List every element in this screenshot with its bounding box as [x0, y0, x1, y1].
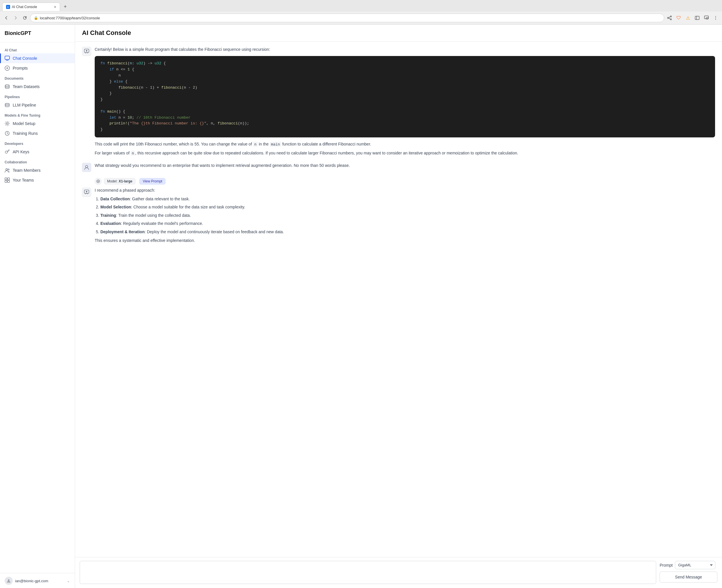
user-email: ian@bionic-gpt.com: [15, 579, 64, 583]
ai-avatar-2: [82, 188, 91, 197]
list-item-5: 5.Deployment & Iteration: Deploy the mod…: [96, 229, 715, 235]
ai-response-intro: I recommend a phased approach:: [95, 187, 715, 193]
svg-point-21: [6, 169, 7, 170]
model-indicator: Model: X1-large View Prompt: [95, 178, 715, 185]
user-avatar: [5, 577, 13, 585]
menu-button[interactable]: [712, 14, 720, 22]
list-item-1: 1.Data Collection: Gather data relevant …: [96, 196, 715, 202]
brave-alert-icon[interactable]: ⚠: [684, 14, 692, 22]
forward-button[interactable]: [12, 14, 20, 22]
list-item-4: 4.Evaluation: Regularly evaluate the mod…: [96, 220, 715, 227]
sidebar-item-team-members[interactable]: Team Members: [0, 165, 75, 175]
main-header: AI Chat Console: [75, 24, 722, 42]
address-text: localhost:7700/app/team/32/console: [40, 16, 660, 20]
prompts-icon: [5, 65, 10, 71]
sidebar-item-llm-pipeline[interactable]: LLM Pipeline: [0, 100, 75, 110]
ai-message-text-after-1: This code will print the 10th Fibonacci …: [95, 141, 715, 147]
pip-button[interactable]: [702, 14, 710, 22]
user-message-content: What strategy would you recommend to an …: [95, 162, 715, 172]
svg-point-2: [670, 16, 672, 17]
nav-bar: 🔒 localhost:7700/app/team/32/console 🛡 ⚠: [0, 12, 722, 24]
prompt-select[interactable]: GigaML Default Custom: [675, 561, 715, 569]
brave-shield-icon[interactable]: 🛡: [675, 14, 683, 22]
svg-point-12: [715, 18, 716, 18]
model-name: X1-large: [119, 179, 132, 183]
chat-message-user: What strategy would you recommend to an …: [82, 162, 715, 172]
input-side: Prompt GigaML Default Custom Send Messag…: [660, 561, 717, 583]
svg-point-27: [8, 579, 9, 581]
svg-line-5: [668, 17, 670, 18]
training-runs-label: Training Runs: [13, 131, 38, 136]
chat-input[interactable]: [80, 561, 656, 584]
api-keys-icon: [5, 149, 10, 154]
tab-title: AI Chat Console: [12, 5, 52, 9]
tab-bar: B AI Chat Console × +: [0, 0, 722, 12]
sidebar-item-prompts[interactable]: Prompts: [0, 63, 75, 73]
user-message-text: What strategy would you recommend to an …: [95, 162, 715, 169]
sidebar-footer[interactable]: ian@bionic-gpt.com ⌄: [0, 573, 75, 588]
sidebar-item-model-setup[interactable]: Model Setup: [0, 119, 75, 128]
page-title: AI Chat Console: [82, 29, 715, 37]
prompts-label: Prompts: [13, 66, 28, 70]
ai-avatar-1: [82, 47, 91, 56]
your-teams-icon: [5, 177, 10, 183]
sidebar-item-chat-console[interactable]: Chat Console: [0, 54, 75, 63]
chat-message-ai-2: I recommend a phased approach: 1.Data Co…: [82, 187, 715, 244]
refresh-button[interactable]: [21, 14, 29, 22]
view-prompt-button[interactable]: View Prompt: [140, 178, 165, 185]
svg-rect-10: [706, 18, 708, 19]
prompt-label: Prompt: [660, 563, 673, 567]
llm-pipeline-label: LLM Pipeline: [13, 103, 36, 107]
sidebar-nav: AI Chat Chat Console Prompts Documents: [0, 42, 75, 573]
llm-pipeline-icon: [5, 103, 10, 108]
api-keys-label: API Keys: [13, 149, 29, 154]
sidebar-item-training-runs[interactable]: Training Runs: [0, 128, 75, 138]
sidebar-item-api-keys[interactable]: API Keys: [0, 147, 75, 157]
list-item-3: 3.Training: Train the model using the co…: [96, 212, 715, 218]
team-members-icon: [5, 168, 10, 173]
svg-point-20: [5, 151, 7, 153]
ai-message-text-intro: Certainly! Below is a simple Rust progra…: [95, 46, 715, 52]
share-button[interactable]: [665, 14, 674, 22]
svg-rect-9: [704, 16, 708, 19]
model-setup-icon: [5, 121, 10, 126]
app-container: BionicGPT AI Chat Chat Console Prompts D…: [0, 24, 722, 588]
svg-point-18: [6, 123, 8, 124]
team-datasets-icon: [5, 84, 10, 89]
section-label-developers: Developers: [0, 138, 75, 147]
svg-rect-7: [695, 16, 699, 20]
section-label-documents: Documents: [0, 73, 75, 82]
svg-point-32: [98, 181, 99, 182]
chat-area[interactable]: Certainly! Below is a simple Rust progra…: [75, 42, 722, 557]
chat-console-icon: [5, 56, 10, 61]
send-message-button[interactable]: Send Message: [660, 571, 717, 583]
svg-rect-23: [5, 178, 7, 180]
chat-textarea-wrap: [80, 561, 656, 585]
sidebar-toggle-button[interactable]: [693, 14, 701, 22]
sidebar-item-your-teams[interactable]: Your Teams: [0, 175, 75, 185]
ai-message-content-1: Certainly! Below is a simple Rust progra…: [95, 46, 715, 156]
team-datasets-label: Team Datasets: [13, 84, 40, 89]
sidebar-item-team-datasets[interactable]: Team Datasets: [0, 82, 75, 91]
section-label-collaboration: Collaboration: [0, 157, 75, 165]
chat-input-area: Prompt GigaML Default Custom Send Messag…: [75, 557, 722, 588]
model-indicator-icon: [95, 178, 102, 185]
svg-point-22: [8, 169, 9, 170]
ai-message-content-2: I recommend a phased approach: 1.Data Co…: [95, 187, 715, 244]
team-members-label: Team Members: [13, 168, 40, 173]
svg-point-16: [5, 85, 9, 86]
svg-point-3: [667, 17, 668, 19]
browser-chrome: B AI Chat Console × + 🔒 localhost:7700/a…: [0, 0, 722, 24]
svg-point-4: [670, 19, 672, 20]
svg-point-17: [5, 103, 9, 105]
new-tab-button[interactable]: +: [61, 3, 69, 11]
svg-rect-26: [7, 181, 9, 183]
svg-line-6: [668, 18, 670, 19]
ai-response-list: 1.Data Collection: Gather data relevant …: [95, 196, 715, 235]
svg-point-30: [85, 165, 88, 168]
back-button[interactable]: [2, 14, 10, 22]
main-content: AI Chat Console Certainly! Below is a si…: [75, 24, 722, 588]
tab-close-button[interactable]: ×: [54, 5, 56, 9]
svg-rect-14: [5, 56, 9, 60]
address-bar[interactable]: 🔒 localhost:7700/app/team/32/console: [30, 14, 664, 22]
